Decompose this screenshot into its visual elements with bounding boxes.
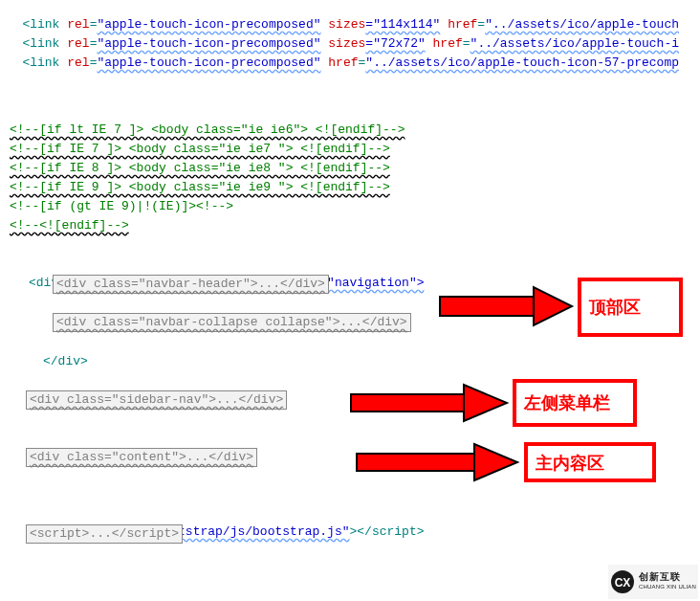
- attr-rel: rel: [59, 17, 89, 32]
- tag-link: link: [30, 36, 59, 51]
- val-href: "../assets/ico/apple-touch: [485, 17, 679, 32]
- cond-gt: <!--[if (gt IE 9)|!(IE)]><!-->: [10, 199, 233, 213]
- svg-marker-3: [464, 385, 507, 421]
- cond-ie8: <!--[if IE 8 ]> <body class="ie ie8 "> <…: [10, 161, 390, 175]
- val-rel: "apple-touch-icon-precomposed": [97, 36, 320, 51]
- cond-ie6: <!--[if lt IE 7 ]> <body class="ie ie6">…: [10, 122, 405, 137]
- arrow-content-icon: [355, 442, 522, 482]
- svg-rect-0: [440, 297, 536, 316]
- val-href: "../assets/ico/apple-touch-icon-57-preco…: [365, 56, 679, 70]
- eq: =: [463, 36, 470, 51]
- navbar-close: </div>: [43, 333, 88, 371]
- label-content: 主内容区: [524, 442, 656, 482]
- val-rel: "apple-touch-icon-precomposed": [97, 17, 320, 32]
- svg-text:CX: CX: [615, 576, 631, 590]
- watermark-cn: 创新互联: [639, 571, 696, 582]
- label-top: 顶部区: [578, 278, 683, 337]
- label-sidebar: 左侧菜单栏: [513, 379, 637, 427]
- navbar-collapse-box: <div class="navbar-collapse collapse">..…: [53, 313, 411, 332]
- arrow-top-icon: [438, 284, 577, 328]
- sidebar-box: <div class="sidebar-nav">...</div>: [26, 390, 287, 410]
- cond-endif: <!--<![endif]-->: [10, 216, 129, 235]
- script-collapsed-box: <script>...</script>: [26, 524, 183, 544]
- watermark-logo-icon: CX: [610, 569, 635, 594]
- tag-link: link: [30, 56, 59, 70]
- attr-rel: rel: [59, 56, 89, 70]
- svg-marker-5: [474, 444, 517, 480]
- val-rel: "apple-touch-icon-precomposed": [97, 56, 320, 70]
- cond-ie9: <!--[if IE 9 ]> <body class="ie ie9 "> <…: [10, 180, 390, 194]
- closing-tags: </body></html>: [0, 581, 104, 601]
- eq: =: [477, 17, 485, 32]
- val-href: "../assets/ico/apple-touch-i: [470, 36, 679, 51]
- svg-rect-2: [351, 394, 466, 412]
- attr-href: href: [321, 56, 359, 70]
- attr-sizes: sizes: [321, 17, 366, 32]
- attr-href: href: [440, 17, 477, 32]
- attr-sizes: sizes: [321, 36, 366, 51]
- code-block: <link rel="apple-touch-icon-precomposed"…: [0, 0, 679, 73]
- val-sizes: ="72x72": [365, 36, 425, 51]
- content-box: <div class="content">...</div>: [26, 448, 257, 467]
- svg-marker-1: [534, 287, 572, 325]
- svg-rect-4: [357, 454, 476, 471]
- conditional-block: <!--[if lt IE 7 ]> <body class="ie ie6">…: [10, 101, 405, 216]
- cond-ie7: <!--[if IE 7 ]> <body class="ie ie7 "> <…: [10, 142, 390, 156]
- navbar-header-box: <div class="navbar-header">...</div>: [53, 275, 329, 294]
- watermark: CX 创新互联 CHUANG XIN ULIAN: [608, 565, 698, 599]
- val-sizes: ="114x114": [365, 17, 440, 32]
- watermark-en: CHUANG XIN ULIAN: [639, 582, 696, 592]
- attr-rel: rel: [59, 36, 89, 51]
- attr-href: href: [426, 36, 463, 51]
- tag-link: link: [30, 17, 59, 32]
- arrow-sidebar-icon: [349, 383, 512, 423]
